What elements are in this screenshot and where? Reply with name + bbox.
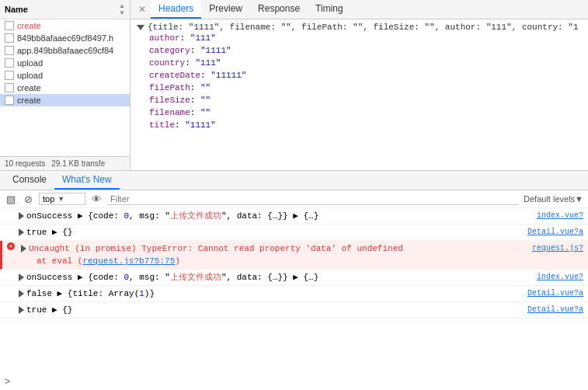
error-line2: at eval (request.js?b775:75) [21, 255, 532, 267]
list-item[interactable]: create [0, 94, 130, 106]
json-top-text: {title: "1111", filename: "", filePath: … [148, 23, 579, 32]
json-colon: : [190, 83, 200, 92]
json-colon: : [190, 108, 200, 117]
console-tab-console[interactable]: Console [5, 171, 54, 190]
network-item-checkbox[interactable] [5, 71, 14, 80]
prompt-icon: > [5, 376, 10, 387]
json-value: "" [200, 83, 210, 92]
console-msg-icon-area: ✕ [7, 242, 18, 250]
sort-arrows: ▲ ▼ [119, 2, 125, 16]
sidebar-toggle-icon[interactable]: ▧ [5, 193, 17, 205]
network-items-container: create849bb8afaaec69cf8497.happ.849bb8af… [0, 19, 130, 156]
list-item[interactable]: create [0, 19, 130, 32]
json-key: fileSize [149, 96, 190, 105]
context-selector-arrow: ▼ [57, 195, 64, 203]
msg-text-content: true ▶ {} [26, 305, 72, 315]
json-field-line: author: "111" [137, 32, 582, 44]
table-row: true ▶ {}Detail.vue?a [0, 302, 588, 319]
json-expand-icon[interactable] [137, 25, 144, 30]
json-field-line: country: "111" [137, 57, 582, 69]
table-row: onSuccess ▶ {code: 0, msg: "上传文件成功", dat… [0, 270, 588, 286]
json-field-line: title: "1111" [137, 119, 582, 131]
list-item[interactable]: upload [0, 57, 130, 69]
list-item[interactable]: 849bb8afaaec69cf8497.h [0, 32, 130, 44]
console-tabs: ConsoleWhat's New [0, 171, 588, 190]
console-msg-content: Uncaught (in promise) TypeError: Cannot … [21, 242, 532, 267]
json-value: "" [200, 96, 210, 105]
context-selector[interactable]: top ▼ [39, 193, 85, 205]
network-item-name: create [17, 83, 41, 92]
json-key: category [149, 46, 190, 55]
json-colon: : [190, 96, 200, 105]
json-value: "111" [195, 58, 221, 68]
console-msg-source[interactable]: index.vue? [537, 210, 583, 222]
network-item-checkbox[interactable] [5, 96, 14, 105]
json-value: "11111" [210, 71, 246, 80]
json-colon: : [185, 58, 195, 68]
console-messages: onSuccess ▶ {code: 0, msg: "上传文件成功", dat… [0, 208, 588, 373]
network-item-checkbox[interactable] [5, 33, 14, 43]
console-msg-source[interactable]: index.vue? [537, 271, 583, 284]
error-message-text: Uncaught (in promise) TypeError: Cannot … [29, 244, 403, 253]
network-item-checkbox[interactable] [5, 21, 14, 30]
expand-icon[interactable] [19, 290, 24, 298]
json-colon: : [190, 46, 200, 55]
msg-text-content: onSuccess ▶ {code: 0, msg: "上传文件成功", dat… [26, 211, 318, 221]
network-item-checkbox[interactable] [5, 58, 14, 68]
network-item-name: 849bb8afaaec69cf8497.h [17, 33, 113, 43]
console-msg-line: false ▶ {title: Array(1)} [19, 287, 527, 300]
console-msg-source[interactable]: Detail.vue?a [527, 287, 583, 300]
requests-count: 10 requests [5, 159, 45, 168]
json-key: title [149, 120, 175, 130]
json-field-line: filename: "" [137, 106, 582, 119]
eye-icon[interactable]: 👁 [90, 193, 103, 205]
expand-icon[interactable] [19, 228, 24, 236]
tab-headers[interactable]: Headers [151, 0, 201, 19]
error-line1: Uncaught (in promise) TypeError: Cannot … [21, 242, 532, 255]
default-levels-selector[interactable]: Default levels ▼ [524, 194, 583, 204]
msg-text-content: onSuccess ▶ {code: 0, msg: "上传文件成功", dat… [26, 273, 318, 282]
expand-icon[interactable] [19, 212, 24, 220]
list-item[interactable]: upload [0, 69, 130, 82]
expand-icon[interactable] [21, 245, 26, 252]
network-item-name: app.849bb8afaaec69cf84 [17, 46, 113, 55]
tab-close-button[interactable]: ✕ [134, 1, 151, 18]
context-selector-value: top [43, 194, 54, 204]
console-msg-source[interactable]: request.js? [532, 242, 583, 255]
detail-content: {title: "1111", filename: "", filePath: … [130, 19, 588, 170]
network-item-checkbox[interactable] [5, 46, 14, 55]
json-value: "1111" [200, 46, 231, 55]
json-key: country [149, 58, 185, 68]
tab-timing[interactable]: Timing [308, 0, 351, 19]
console-msg-line: true ▶ {} [19, 304, 527, 316]
expand-icon[interactable] [19, 273, 24, 281]
tab-preview[interactable]: Preview [201, 0, 250, 19]
console-msg-source[interactable]: Detail.vue?a [527, 304, 583, 316]
console-msg-line: onSuccess ▶ {code: 0, msg: "上传文件成功", dat… [19, 271, 537, 284]
console-msg-source[interactable]: Detail.vue?a [527, 226, 583, 239]
msg-text-content: true ▶ {} [26, 228, 72, 237]
error-link[interactable]: request.js?b775:75 [82, 256, 175, 266]
console-tab-whats-new[interactable]: What's New [54, 171, 120, 190]
tab-response[interactable]: Response [250, 0, 308, 19]
console-msg-content: false ▶ {title: Array(1)} [19, 287, 527, 300]
console-input[interactable] [15, 377, 583, 386]
json-value: "" [200, 108, 210, 117]
json-key: author [149, 33, 180, 43]
list-item[interactable]: app.849bb8afaaec69cf84 [0, 44, 130, 57]
transfer-size: 29.1 KB transfe [51, 159, 105, 168]
console-toolbar: ▧ ⊘ top ▼ 👁 Default levels ▼ [0, 190, 588, 208]
filter-input[interactable] [107, 193, 519, 205]
list-item[interactable]: create [0, 82, 130, 94]
expand-icon[interactable] [19, 306, 24, 314]
console-prompt-line[interactable]: > [0, 373, 588, 390]
json-colon: : [200, 71, 210, 80]
default-levels-arrow: ▼ [575, 194, 583, 204]
network-item-checkbox[interactable] [5, 83, 14, 92]
error-icon: ✕ [7, 242, 15, 250]
console-msg-line: true ▶ {} [19, 226, 527, 239]
detail-panel: ✕ HeadersPreviewResponseTiming {title: "… [130, 0, 588, 170]
console-msg-content: true ▶ {} [19, 304, 527, 316]
clear-console-icon[interactable]: ⊘ [22, 193, 34, 205]
network-item-name: create [17, 21, 41, 30]
